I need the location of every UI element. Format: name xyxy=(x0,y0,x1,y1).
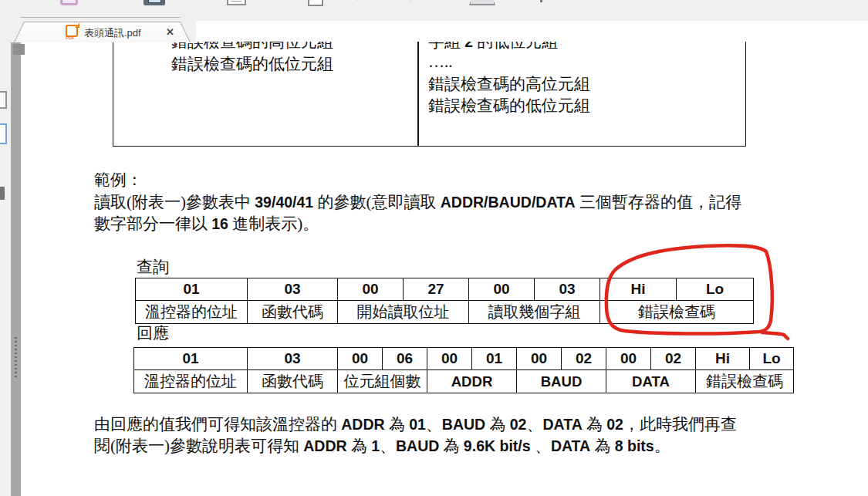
table-cell: ADDR xyxy=(427,370,517,393)
table-cell: 27 xyxy=(404,278,469,301)
sidebar-comment-icon[interactable] xyxy=(0,187,5,200)
example-text-line: 數字部分一律以 16 進制表示)。 xyxy=(94,214,319,233)
panel-resize-grip[interactable] xyxy=(15,337,17,379)
query-label: 查詢 xyxy=(137,258,169,276)
table-cell: 00 xyxy=(469,278,535,301)
table-cell: 03 xyxy=(248,348,338,370)
table-cell: 函數代碼 xyxy=(248,301,338,323)
table-cell: Lo xyxy=(750,348,793,370)
example-heading: 範例： xyxy=(94,170,143,189)
tabbar-top-line xyxy=(21,17,181,18)
table-cell: 開始讀取位址 xyxy=(338,301,469,323)
query-table: 01 03 00 27 00 03 Hi Lo 溫控器的位址 函數代碼 開始讀取… xyxy=(135,278,754,324)
conclusion-text-line: 由回應的值我們可得知該溫控器的 ADDR 為 01、BAUD 為 02、DATA… xyxy=(94,415,737,434)
upper-table-text: ….. xyxy=(428,52,453,71)
table-cell: 讀取幾個字組 xyxy=(469,301,600,323)
table-cell: DATA xyxy=(606,370,696,393)
conclusion-text-line: 閱(附表一)參數說明表可得知 ADDR 為 1、BAUD 為 9.6K bit/… xyxy=(94,437,670,455)
stamp-icon[interactable] xyxy=(469,0,495,5)
tab-close-icon[interactable]: ✕ xyxy=(166,26,174,38)
panel-collapse-button[interactable] xyxy=(13,44,25,55)
table-cell: 06 xyxy=(383,348,427,370)
table-cell: 02 xyxy=(562,348,606,370)
table-cell: 錯誤檢查碼 xyxy=(696,370,793,393)
upper-table-text: 錯誤檢查碼的高位元組 xyxy=(428,75,590,93)
upper-table-text: 錯誤檢查碼的低位元組 xyxy=(171,55,333,73)
panel-divider-strip xyxy=(11,42,21,496)
document-viewport: 錯誤檢查碼的高位元組 錯誤檢查碼的低位元組 字組 2 的低位元組 ….. 錯誤檢… xyxy=(21,42,868,496)
save-icon[interactable] xyxy=(60,0,78,5)
redo-icon[interactable]: ↷ xyxy=(400,0,414,7)
tab-title: 表頭通訊.pdf xyxy=(84,26,141,40)
pdf-file-icon: PDF xyxy=(66,25,79,39)
table-cell: BAUD xyxy=(517,370,606,393)
table-cell: Lo xyxy=(677,278,753,301)
document-tab[interactable]: PDF 表頭通訊.pdf ✕ xyxy=(14,22,191,42)
blank-page-icon[interactable] xyxy=(308,0,323,6)
table-cell: Hi xyxy=(600,278,677,301)
table-cell: 溫控器的位址 xyxy=(136,301,248,323)
undo-icon[interactable]: ↶ xyxy=(353,0,367,7)
example-text-line: 讀取(附表一)參數表中 39/40/41 的參數(意即讀取 ADDR/BAUD/… xyxy=(94,193,741,211)
print-icon[interactable] xyxy=(144,0,165,5)
pdf-viewer-window: 錯誤檢查碼的高位元組 錯誤檢查碼的低位元組 字組 2 的低位元組 ….. 錯誤檢… xyxy=(0,0,868,496)
sidebar-panel-icon[interactable] xyxy=(0,91,7,109)
table-cell: 錯誤檢查碼 xyxy=(600,301,753,323)
upper-table-text: 字組 2 的低位元組 xyxy=(428,42,558,51)
table-cell: 00 xyxy=(517,348,562,370)
table-cell: 00 xyxy=(606,348,651,370)
response-table: 01 03 00 06 00 01 00 02 00 02 Hi Lo 溫控器的… xyxy=(133,347,794,393)
response-label: 回應 xyxy=(137,324,169,342)
upper-table-text: 錯誤檢查碼的低位元組 xyxy=(428,96,590,115)
table-cell: 02 xyxy=(651,348,696,370)
upper-table-text: 錯誤檢查碼的高位元組 xyxy=(171,42,333,51)
table-cell: 00 xyxy=(338,348,383,370)
table-cell: 01 xyxy=(136,278,248,301)
upper-table-divider xyxy=(417,42,419,146)
table-cell: 01 xyxy=(134,348,248,370)
export-document-icon[interactable] xyxy=(227,0,246,5)
sidebar-panel-icon-active[interactable] xyxy=(0,123,7,144)
table-cell: 03 xyxy=(248,278,338,301)
table-cell: 01 xyxy=(472,348,517,370)
table-cell: 00 xyxy=(338,278,404,301)
table-cell: 03 xyxy=(535,278,600,301)
table-cell: 溫控器的位址 xyxy=(134,370,248,393)
table-cell: 函數代碼 xyxy=(248,370,338,393)
table-cell: Hi xyxy=(696,348,750,370)
table-cell: 位元組個數 xyxy=(338,370,427,393)
overflow-dot-icon xyxy=(540,0,542,2)
table-cell: 00 xyxy=(427,348,472,370)
